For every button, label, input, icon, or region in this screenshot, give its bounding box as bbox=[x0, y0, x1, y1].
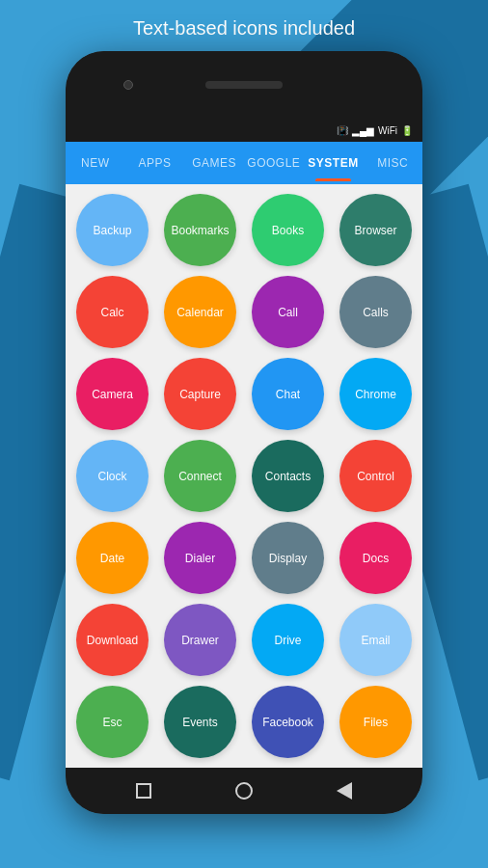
phone-frame: 📳 ▂▄▆ WiFi 🔋 NEWAPPSGAMESGOOGLESYSTEMMIS… bbox=[66, 51, 422, 814]
tab-games[interactable]: GAMES bbox=[184, 145, 244, 181]
icon-control[interactable]: Control bbox=[339, 440, 412, 512]
tab-system[interactable]: SYSTEM bbox=[304, 145, 364, 181]
page-title: Text-based icons included bbox=[0, 0, 488, 51]
tab-misc[interactable]: MISC bbox=[363, 145, 422, 181]
icon-docs[interactable]: Docs bbox=[339, 522, 412, 594]
icon-capture[interactable]: Capture bbox=[164, 358, 236, 430]
tab-google[interactable]: GOOGLE bbox=[244, 145, 304, 181]
icon-contacts[interactable]: Contacts bbox=[252, 440, 324, 512]
icon-clock[interactable]: Clock bbox=[76, 440, 149, 512]
home-icon[interactable] bbox=[235, 782, 253, 800]
icon-grid: BackupBookmarksBooksBrowserCalcCalendarC… bbox=[66, 184, 422, 768]
phone-screen: NEWAPPSGAMESGOOGLESYSTEMMISC BackupBookm… bbox=[66, 142, 422, 768]
icon-download[interactable]: Download bbox=[76, 604, 149, 676]
status-bar: 📳 ▂▄▆ WiFi 🔋 bbox=[66, 119, 422, 142]
icon-camera[interactable]: Camera bbox=[76, 358, 149, 430]
wifi-icon: WiFi bbox=[378, 125, 397, 136]
phone-bottom-nav bbox=[66, 768, 422, 814]
icon-esc[interactable]: Esc bbox=[76, 686, 149, 758]
icon-bookmarks[interactable]: Bookmarks bbox=[164, 194, 236, 266]
icon-chat[interactable]: Chat bbox=[252, 358, 324, 430]
icon-backup[interactable]: Backup bbox=[76, 194, 149, 266]
icon-calc[interactable]: Calc bbox=[76, 276, 149, 348]
icon-dialer[interactable]: Dialer bbox=[164, 522, 236, 594]
phone-camera bbox=[123, 80, 133, 90]
vibrate-icon: 📳 bbox=[337, 125, 348, 136]
icon-connect[interactable]: Connect bbox=[164, 440, 236, 512]
icon-call[interactable]: Call bbox=[252, 276, 324, 348]
icon-facebook[interactable]: Facebook bbox=[252, 686, 324, 758]
icon-files[interactable]: Files bbox=[339, 686, 412, 758]
back-icon[interactable] bbox=[337, 782, 352, 800]
icon-calls[interactable]: Calls bbox=[339, 276, 412, 348]
icon-calendar[interactable]: Calendar bbox=[164, 276, 236, 348]
tab-bar: NEWAPPSGAMESGOOGLESYSTEMMISC bbox=[66, 142, 422, 184]
icon-display[interactable]: Display bbox=[252, 522, 324, 594]
phone-speaker bbox=[205, 81, 283, 89]
icon-chrome[interactable]: Chrome bbox=[339, 358, 412, 430]
recent-apps-icon[interactable] bbox=[136, 783, 151, 799]
tab-apps[interactable]: APPS bbox=[125, 145, 185, 181]
icon-drawer[interactable]: Drawer bbox=[164, 604, 236, 676]
icon-email[interactable]: Email bbox=[339, 604, 412, 676]
battery-icon: 🔋 bbox=[401, 125, 413, 136]
icon-browser[interactable]: Browser bbox=[339, 194, 412, 266]
signal-icon: ▂▄▆ bbox=[352, 125, 374, 136]
icon-drive[interactable]: Drive bbox=[252, 604, 324, 676]
phone-top bbox=[66, 51, 422, 119]
icon-date[interactable]: Date bbox=[76, 522, 149, 594]
tab-new[interactable]: NEW bbox=[66, 145, 125, 181]
icon-books[interactable]: Books bbox=[252, 194, 324, 266]
icon-events[interactable]: Events bbox=[164, 686, 236, 758]
